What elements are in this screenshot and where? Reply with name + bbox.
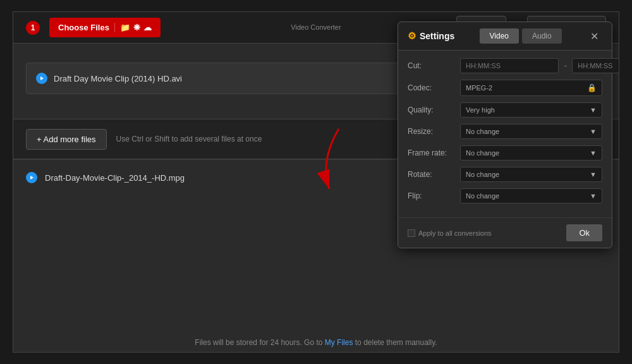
cut-start-input[interactable] bbox=[460, 58, 559, 73]
chevron-down-icon-resize: ▼ bbox=[590, 128, 597, 135]
settings-row-codec: Codec: MPEG-2 🔒 bbox=[408, 80, 602, 96]
codec-select[interactable]: MPEG-2 🔒 bbox=[460, 80, 602, 96]
framerate-select[interactable]: No change ▼ bbox=[460, 145, 602, 161]
choose-files-label: Choose Files bbox=[58, 23, 109, 32]
flip-label: Flip: bbox=[408, 191, 455, 200]
add-more-hint: Use Ctrl or Shift to add several files a… bbox=[116, 135, 445, 143]
output-play-icon bbox=[26, 172, 37, 183]
resize-label: Resize: bbox=[408, 127, 455, 136]
codec-value: MPEG-2 bbox=[466, 84, 492, 92]
output-filename: Draft-Day-Movie-Clip-_2014_-HD.mpg bbox=[45, 173, 407, 183]
my-files-link[interactable]: My Files bbox=[325, 338, 353, 347]
rotate-label: Rotate: bbox=[408, 170, 455, 179]
settings-row-rotate: Rotate: No change ▼ bbox=[408, 167, 602, 182]
chevron-down-icon-rotate: ▼ bbox=[590, 171, 597, 178]
chevron-down-icon-framerate: ▼ bbox=[590, 149, 597, 157]
main-container: Video Converter 1 Choose Files 📁 ❋ ☁ AVI… bbox=[13, 11, 619, 353]
settings-panel: ⚙ Settings Video Audio ✕ Cut: - Codec: bbox=[398, 21, 612, 248]
cloud-icon: ☁ bbox=[143, 23, 152, 32]
quality-select[interactable]: Very high ▼ bbox=[460, 102, 602, 118]
svg-marker-1 bbox=[30, 176, 33, 179]
framerate-value: No change bbox=[466, 149, 499, 157]
settings-row-cut: Cut: - bbox=[408, 58, 602, 73]
settings-body: Cut: - Codec: MPEG-2 🔒 Quality: Very hig… bbox=[398, 51, 612, 217]
resize-select[interactable]: No change ▼ bbox=[460, 124, 602, 139]
settings-close-button[interactable]: ✕ bbox=[586, 29, 602, 44]
app-title: Video Converter bbox=[291, 23, 341, 31]
settings-footer: Apply to all conversions Ok bbox=[398, 217, 612, 248]
rotate-select[interactable]: No change ▼ bbox=[460, 167, 602, 182]
play-icon bbox=[36, 73, 47, 84]
flip-value: No change bbox=[466, 192, 499, 200]
add-more-label: + Add more files bbox=[37, 135, 96, 144]
cut-dash: - bbox=[564, 60, 567, 71]
ok-button[interactable]: Ok bbox=[566, 224, 602, 241]
step-1-badge: 1 bbox=[26, 21, 40, 35]
settings-row-resize: Resize: No change ▼ bbox=[408, 124, 602, 139]
codec-label: Codec: bbox=[408, 83, 455, 92]
cut-end-input[interactable] bbox=[572, 58, 619, 73]
cut-label: Cut: bbox=[408, 61, 455, 70]
chevron-down-icon-flip: ▼ bbox=[590, 192, 597, 200]
apply-all-text: Apply to all conversions bbox=[418, 229, 492, 237]
folder-icon: 📁 bbox=[120, 23, 130, 32]
settings-row-quality: Quality: Very high ▼ bbox=[408, 102, 602, 118]
add-more-button[interactable]: + Add more files bbox=[26, 129, 107, 150]
footer: Files will be stored for 24 hours. Go to… bbox=[13, 333, 619, 352]
rotate-value: No change bbox=[466, 171, 499, 178]
gear-icon: ⚙ bbox=[408, 30, 416, 42]
framerate-label: Frame rate: bbox=[408, 149, 455, 157]
flip-select[interactable]: No change ▼ bbox=[460, 188, 602, 203]
upload-icons: 📁 ❋ ☁ bbox=[114, 23, 152, 32]
svg-marker-0 bbox=[40, 76, 44, 80]
apply-all-label[interactable]: Apply to all conversions bbox=[408, 229, 492, 237]
quality-label: Quality: bbox=[408, 106, 455, 114]
apply-all-checkbox[interactable] bbox=[408, 229, 415, 237]
footer-text-after: to delete them manually. bbox=[353, 338, 437, 347]
footer-text-before: Files will be stored for 24 hours. Go to bbox=[195, 338, 324, 347]
settings-tabs: Video Audio bbox=[480, 28, 562, 44]
settings-title: ⚙ Settings bbox=[408, 30, 454, 42]
tab-audio[interactable]: Audio bbox=[522, 28, 562, 44]
dropbox-icon: ❋ bbox=[133, 23, 140, 32]
settings-title-text: Settings bbox=[420, 31, 454, 41]
resize-value: No change bbox=[466, 128, 499, 135]
lock-icon: 🔒 bbox=[587, 83, 597, 92]
settings-header: ⚙ Settings Video Audio ✕ bbox=[398, 22, 612, 51]
tab-video[interactable]: Video bbox=[480, 28, 519, 44]
choose-files-button[interactable]: Choose Files 📁 ❋ ☁ bbox=[49, 18, 161, 37]
settings-row-framerate: Frame rate: No change ▼ bbox=[408, 145, 602, 161]
chevron-down-icon-quality: ▼ bbox=[590, 106, 597, 114]
quality-value: Very high bbox=[466, 106, 495, 114]
settings-row-flip: Flip: No change ▼ bbox=[408, 188, 602, 203]
